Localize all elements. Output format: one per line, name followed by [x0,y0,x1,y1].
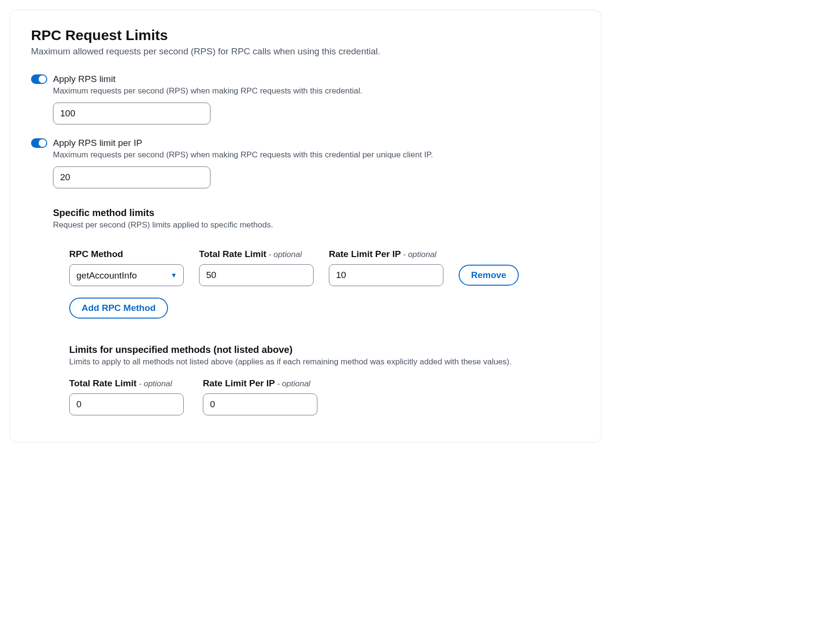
total-rate-limit-input[interactable] [199,264,314,286]
col-perip-label: Rate Limit Per IP [329,249,401,259]
unspec-total-input[interactable] [69,393,184,415]
unspec-perip-input[interactable] [203,393,317,415]
unspec-total-optional: - optional [139,379,172,388]
unspecified-methods-section: Limits for unspecified methods (not list… [69,344,580,415]
specific-methods-title: Specific method limits [53,207,580,218]
card-title: RPC Request Limits [31,27,580,43]
col-total-label: Total Rate Limit [199,249,266,259]
rps-limit-desc: Maximum requests per second (RPS) when m… [53,86,580,96]
rps-limit-ip-desc: Maximum requests per second (RPS) when m… [53,150,580,160]
col-perip-optional: - optional [403,250,436,259]
rps-limit-label: Apply RPS limit [53,74,116,84]
specific-methods-section: Specific method limits Request per secon… [53,207,580,230]
unspecified-title: Limits for unspecified methods (not list… [69,344,580,355]
rps-limit-section: Apply RPS limit Maximum requests per sec… [31,74,580,124]
rps-limit-ip-label: Apply RPS limit per IP [53,138,142,148]
card-subtitle: Maximum allowed requests per second (RPS… [31,46,580,57]
col-total-optional: - optional [269,250,302,259]
rps-limit-ip-input[interactable] [53,166,210,188]
remove-method-button[interactable]: Remove [459,265,519,286]
rps-limit-ip-toggle[interactable] [31,138,47,148]
col-method-label: RPC Method [69,249,184,259]
rate-limit-per-ip-input[interactable] [329,264,443,286]
unspec-perip-label: Rate Limit Per IP [203,378,275,388]
unspecified-desc: Limits to apply to all methods not liste… [69,357,580,367]
rpc-limits-card: RPC Request Limits Maximum allowed reque… [10,10,601,443]
rps-limit-toggle[interactable] [31,74,47,84]
rps-limit-ip-section: Apply RPS limit per IP Maximum requests … [31,138,580,188]
unspec-total-label: Total Rate Limit [69,378,136,388]
method-limits-table: RPC Method getAccountInfo ▼ Total Rate L… [69,249,580,319]
unspec-perip-optional: - optional [277,379,310,388]
specific-methods-desc: Request per second (RPS) limits applied … [53,220,580,230]
rps-limit-input[interactable] [53,103,210,124]
add-rpc-method-button[interactable]: Add RPC Method [69,298,168,319]
rpc-method-select[interactable]: getAccountInfo [69,264,184,286]
